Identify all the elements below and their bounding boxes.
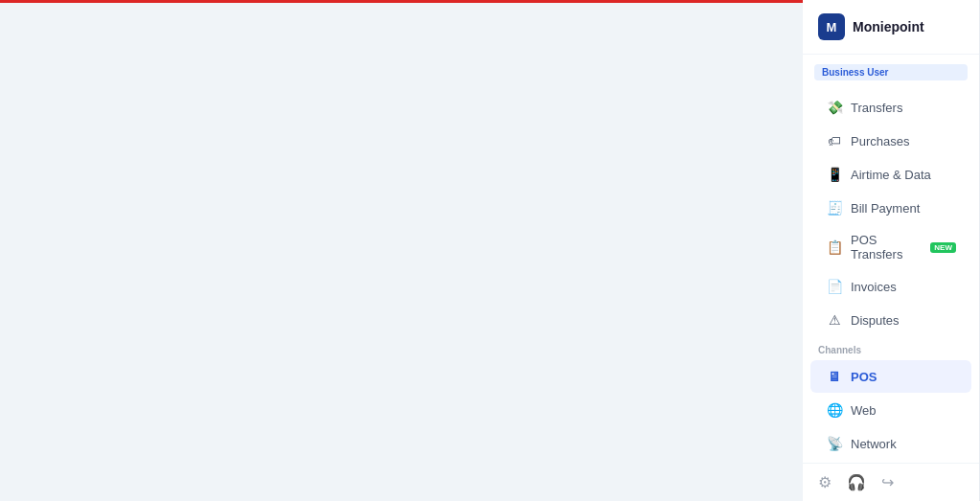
sidebar-bottom: ⚙ 🎧 ↪	[803, 463, 979, 501]
sidebar-item-label: POS	[851, 370, 877, 384]
sidebar-item-airtime-data[interactable]: 📱 Airtime & Data	[810, 158, 971, 191]
sidebar-item-disputes[interactable]: ⚠ Disputes	[810, 304, 971, 336]
settings-bottom-icon[interactable]: ⚙	[818, 473, 832, 491]
purchases-icon: 🏷	[826, 132, 843, 149]
sidebar-item-pos[interactable]: 🖥 POS	[810, 360, 971, 393]
sidebar: M Moniepoint Business User 💸 Transfers 🏷…	[803, 0, 980, 501]
sidebar-item-label: Disputes	[851, 313, 900, 328]
transfers-icon: 💸	[826, 99, 843, 116]
pos-icon: 🖥	[826, 368, 843, 385]
logo-letter: M	[827, 20, 837, 34]
invoices-icon: 📄	[826, 278, 843, 295]
new-badge: NEW	[930, 242, 956, 253]
pos-transfers-icon: 📋	[826, 239, 843, 256]
sidebar-item-label: Purchases	[851, 134, 909, 148]
sidebar-item-label: Invoices	[851, 280, 897, 294]
sidebar-item-web[interactable]: 🌐 Web	[810, 394, 971, 426]
airtime-icon: 📱	[826, 166, 843, 183]
sidebar-item-label: Transfers	[851, 101, 902, 115]
channels-label: Channels	[803, 337, 979, 359]
sidebar-item-label: Network	[851, 437, 897, 451]
sidebar-logo: M Moniepoint	[803, 0, 979, 55]
sidebar-item-label: Web	[851, 403, 877, 418]
sidebar-item-label: Bill Payment	[851, 201, 920, 216]
sidebar-item-label: Airtime & Data	[851, 168, 931, 182]
sidebar-item-label: POS Transfers	[851, 233, 921, 262]
logo-box: M	[818, 13, 845, 40]
disputes-icon: ⚠	[826, 311, 843, 329]
sidebar-item-bill-payment[interactable]: 🧾 Bill Payment	[810, 192, 971, 224]
red-accent-bar	[0, 0, 803, 3]
sidebar-item-transfers[interactable]: 💸 Transfers	[810, 91, 971, 124]
business-badge: Business User	[814, 64, 968, 80]
sidebar-item-purchases[interactable]: 🏷 Purchases	[810, 125, 971, 157]
bill-icon: 🧾	[826, 199, 843, 216]
web-icon: 🌐	[826, 401, 843, 419]
sidebar-nav: 💸 Transfers 🏷 Purchases 📱 Airtime & Data…	[803, 86, 979, 463]
network-icon: 📡	[826, 435, 843, 452]
logout-icon[interactable]: ↪	[881, 473, 894, 491]
sidebar-item-network[interactable]: 📡 Network	[810, 427, 971, 460]
support-icon[interactable]: 🎧	[847, 473, 866, 491]
sidebar-item-invoices[interactable]: 📄 Invoices	[810, 270, 971, 303]
sidebar-item-pos-transfers[interactable]: 📋 POS Transfers NEW	[810, 225, 971, 269]
app-name: Moniepoint	[853, 19, 924, 34]
